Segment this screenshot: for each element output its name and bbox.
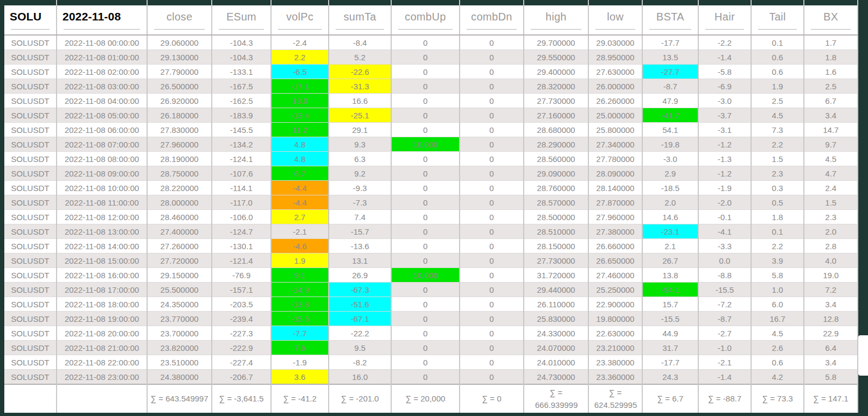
cell-esum[interactable]: -145.5 — [212, 123, 271, 137]
cell-symbol[interactable]: SOLUSDT — [4, 35, 57, 50]
cell-combup[interactable]: 0 — [391, 108, 460, 123]
cell-combup[interactable]: 0 — [391, 79, 460, 94]
cell-tail[interactable]: 4.2 — [751, 370, 804, 385]
cell-high[interactable]: 24.730000 — [524, 370, 588, 385]
cell-bx[interactable]: 9.7 — [804, 137, 858, 152]
cell-bx[interactable]: 2.8 — [804, 239, 858, 253]
cell-symbol[interactable]: SOLUSDT — [4, 297, 57, 312]
cell-sumta[interactable]: 26.9 — [329, 268, 391, 283]
cell-hair[interactable]: -8.8 — [698, 268, 751, 283]
cell-datetime[interactable]: 2022-11-08 08:00:00 — [57, 152, 147, 166]
cell-symbol[interactable]: SOLUSDT — [4, 253, 57, 268]
cell-tail[interactable]: 0.6 — [751, 355, 804, 370]
cell-low[interactable]: 25.250000 — [588, 283, 642, 297]
cell-combup[interactable]: 0 — [391, 355, 460, 370]
column-header-hair[interactable]: Hair — [698, 5, 751, 35]
cell-bsta[interactable]: -17.7 — [642, 355, 698, 370]
cell-volpc[interactable]: -13.8 — [271, 297, 329, 312]
cell-symbol[interactable]: SOLUSDT — [4, 312, 57, 326]
cell-volpc[interactable]: 2.7 — [271, 210, 329, 224]
cell-esum[interactable]: -157.1 — [212, 283, 271, 297]
cell-tail[interactable]: 1.9 — [751, 79, 804, 94]
cell-tail[interactable]: 5.8 — [751, 268, 804, 283]
cell-bx[interactable]: 3.4 — [804, 355, 858, 370]
cell-combdn[interactable]: 0 — [460, 108, 524, 123]
cell-close[interactable]: 29.130000 — [147, 50, 212, 65]
cell-datetime[interactable]: 2022-11-08 23:00:00 — [57, 370, 147, 385]
cell-bsta[interactable]: -15.5 — [642, 312, 698, 326]
cell-low[interactable]: 26.650000 — [588, 253, 642, 268]
column-header-combdn[interactable]: combDn — [460, 5, 524, 35]
cell-datetime[interactable]: 2022-11-08 10:00:00 — [57, 181, 147, 195]
cell-bx[interactable]: 1.5 — [804, 195, 858, 210]
cell-bsta[interactable]: 44.9 — [642, 326, 698, 341]
cell-close[interactable]: 26.180000 — [147, 108, 212, 123]
cell-low[interactable]: 23.360000 — [588, 370, 642, 385]
cell-esum[interactable]: -107.6 — [212, 166, 271, 181]
cell-bsta[interactable]: 31.7 — [642, 341, 698, 355]
cell-symbol[interactable]: SOLUSDT — [4, 50, 57, 65]
cell-combup[interactable]: 0 — [391, 312, 460, 326]
cell-symbol[interactable]: SOLUSDT — [4, 370, 57, 385]
cell-bsta[interactable]: -8.7 — [642, 79, 698, 94]
cell-volpc[interactable]: 6.7 — [271, 166, 329, 181]
cell-sumta[interactable]: -8.2 — [329, 355, 391, 370]
cell-esum[interactable]: -114.1 — [212, 181, 271, 195]
cell-esum[interactable]: -134.2 — [212, 137, 271, 152]
cell-sumta[interactable]: -8.4 — [329, 35, 391, 50]
cell-low[interactable]: 28.090000 — [588, 166, 642, 181]
cell-bx[interactable]: 3.4 — [804, 297, 858, 312]
cell-high[interactable]: 28.500000 — [524, 210, 588, 224]
cell-hair[interactable]: -2.2 — [698, 35, 751, 50]
cell-tail[interactable]: 1.5 — [751, 152, 804, 166]
cell-volpc[interactable]: -6.5 — [271, 65, 329, 79]
cell-volpc[interactable]: 11.2 — [271, 123, 329, 137]
cell-hair[interactable]: -2.1 — [698, 355, 751, 370]
cell-combdn[interactable]: 0 — [460, 195, 524, 210]
cell-esum[interactable]: -104.3 — [212, 50, 271, 65]
cell-datetime[interactable]: 2022-11-08 01:00:00 — [57, 50, 147, 65]
cell-esum[interactable]: -130.1 — [212, 239, 271, 253]
cell-sumta[interactable]: 7.4 — [329, 210, 391, 224]
cell-bx[interactable]: 3.4 — [804, 108, 858, 123]
cell-low[interactable]: 23.210000 — [588, 341, 642, 355]
cell-close[interactable]: 24.350000 — [147, 297, 212, 312]
cell-sumta[interactable]: -51.6 — [329, 297, 391, 312]
cell-low[interactable]: 27.630000 — [588, 65, 642, 79]
cell-high[interactable]: 28.560000 — [524, 152, 588, 166]
cell-volpc[interactable]: -4.4 — [271, 181, 329, 195]
cell-bx[interactable]: 22.9 — [804, 326, 858, 341]
cell-esum[interactable]: -104.3 — [212, 35, 271, 50]
cell-symbol[interactable]: SOLUSDT — [4, 210, 57, 224]
cell-hair[interactable]: 0.0 — [698, 253, 751, 268]
cell-high[interactable]: 28.290000 — [524, 137, 588, 152]
cell-bsta[interactable]: 15.7 — [642, 297, 698, 312]
cell-symbol[interactable]: SOLUSDT — [4, 166, 57, 181]
cell-hair[interactable]: -3.3 — [698, 239, 751, 253]
cell-tail[interactable]: 2.6 — [751, 341, 804, 355]
cell-combdn[interactable]: 0 — [460, 239, 524, 253]
cell-hair[interactable]: -1.4 — [698, 370, 751, 385]
cell-close[interactable]: 27.720000 — [147, 253, 212, 268]
cell-tail[interactable]: 0.6 — [751, 65, 804, 79]
cell-sumta[interactable]: -9.3 — [329, 181, 391, 195]
cell-high[interactable]: 28.510000 — [524, 224, 588, 239]
cell-datetime[interactable]: 2022-11-08 13:00:00 — [57, 224, 147, 239]
cell-bx[interactable]: 19.0 — [804, 268, 858, 283]
cell-symbol[interactable]: SOLUSDT — [4, 341, 57, 355]
cell-tail[interactable]: 0.1 — [751, 35, 804, 50]
cell-close[interactable]: 23.770000 — [147, 312, 212, 326]
cell-datetime[interactable]: 2022-11-08 04:00:00 — [57, 94, 147, 108]
cell-combdn[interactable]: 0 — [460, 370, 524, 385]
cell-tail[interactable]: 7.3 — [751, 123, 804, 137]
cell-high[interactable]: 27.160000 — [524, 108, 588, 123]
cell-hair[interactable]: -1.3 — [698, 152, 751, 166]
cell-sumta[interactable]: -15.7 — [329, 224, 391, 239]
column-header-combup[interactable]: combUp — [391, 5, 460, 35]
cell-sumta[interactable]: -25.1 — [329, 108, 391, 123]
cell-sumta[interactable]: 6.3 — [329, 152, 391, 166]
cell-combup[interactable]: 0 — [391, 253, 460, 268]
cell-close[interactable]: 29.150000 — [147, 268, 212, 283]
cell-bsta[interactable]: -17.7 — [642, 35, 698, 50]
cell-sumta[interactable]: -31.3 — [329, 79, 391, 94]
